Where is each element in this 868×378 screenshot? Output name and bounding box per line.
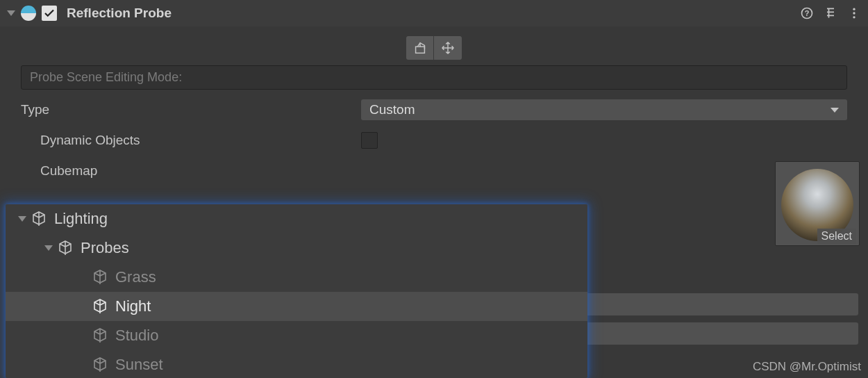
dynamic-objects-checkbox[interactable]: [361, 132, 378, 149]
svg-point-4: [853, 16, 855, 18]
foldout-arrow-icon[interactable]: [7, 10, 15, 16]
tree-label: Grass: [115, 268, 156, 286]
tool-group: [406, 36, 462, 60]
svg-point-3: [853, 12, 855, 14]
hierarchy-lighting[interactable]: Lighting: [6, 204, 587, 233]
type-dropdown[interactable]: Custom: [361, 99, 847, 120]
cubemap-thumbnail[interactable]: Select: [775, 161, 860, 246]
type-value: Custom: [369, 102, 415, 117]
dynamic-objects-row: Dynamic Objects: [21, 130, 847, 151]
reflection-probe-icon: [21, 6, 36, 21]
probe-editing-mode-label: Probe Scene Editing Mode:: [21, 65, 847, 90]
fields-container: Type Custom Dynamic Objects Cubemap: [0, 99, 868, 181]
type-label: Type: [21, 102, 361, 117]
prefab-icon: [92, 356, 108, 373]
cubemap-label: Cubemap: [21, 163, 361, 179]
presets-icon[interactable]: [824, 6, 837, 20]
hierarchy-item-sunset[interactable]: Sunset: [6, 350, 587, 378]
move-icon: [440, 40, 456, 56]
svg-text:?: ?: [805, 9, 810, 17]
svg-point-2: [853, 8, 855, 10]
chevron-down-icon: [831, 108, 839, 113]
hierarchy-item-grass[interactable]: Grass: [6, 263, 587, 292]
hierarchy-item-studio[interactable]: Studio: [6, 321, 587, 350]
enabled-checkbox[interactable]: [42, 6, 57, 21]
dynamic-objects-label: Dynamic Objects: [21, 133, 361, 148]
foldout-arrow-icon[interactable]: [44, 245, 53, 251]
edit-mode-toolbar: [0, 26, 868, 65]
bounds-icon: [412, 40, 428, 56]
component-title: Reflection Probe: [67, 6, 800, 21]
edit-origin-button[interactable]: [434, 36, 462, 60]
help-icon[interactable]: ?: [800, 6, 814, 20]
prefab-icon: [92, 298, 108, 315]
component-header: Reflection Probe ?: [0, 0, 868, 26]
tree-label: Sunset: [115, 356, 163, 374]
foldout-arrow-icon[interactable]: [18, 216, 26, 222]
header-actions: ?: [800, 6, 861, 20]
kebab-menu-icon[interactable]: [847, 6, 861, 20]
cubemap-row: Cubemap: [21, 161, 847, 181]
prefab-icon: [31, 211, 47, 227]
svg-rect-5: [415, 47, 424, 53]
edit-bounds-button[interactable]: [406, 36, 434, 60]
hierarchy-item-night[interactable]: Night: [6, 292, 587, 321]
cubemap-select-label: Select: [817, 229, 856, 244]
hierarchy-probes[interactable]: Probes: [6, 233, 587, 263]
hierarchy-overlay: Lighting Probes Grass Night Studio Sunse…: [6, 204, 587, 378]
tree-label: Lighting: [54, 210, 108, 228]
check-icon: [43, 7, 56, 19]
prefab-icon: [57, 240, 74, 256]
watermark: CSDN @Mr.Optimist: [753, 360, 861, 374]
type-row: Type Custom: [21, 99, 847, 120]
tree-label: Studio: [115, 327, 158, 345]
prefab-icon: [92, 269, 108, 286]
prefab-icon: [92, 327, 108, 344]
tree-label: Night: [115, 297, 151, 315]
tree-label: Probes: [81, 239, 129, 257]
